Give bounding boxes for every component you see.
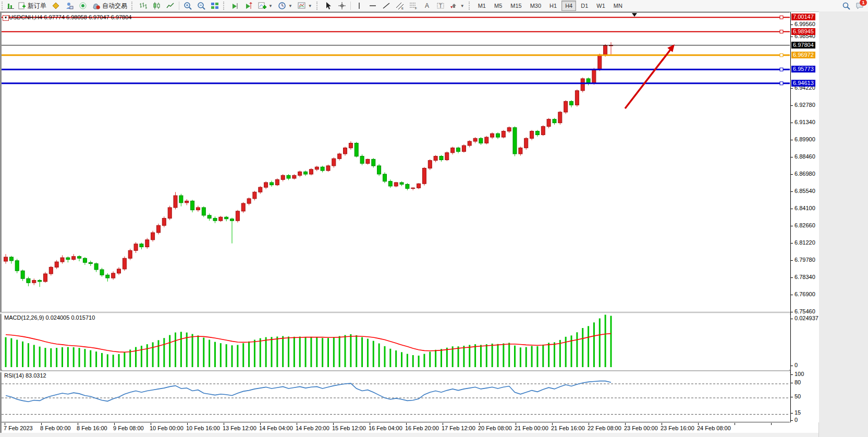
price-tick-label: 6.88460: [794, 153, 815, 160]
navigator-button[interactable]: [63, 0, 76, 11]
zoom-out-button[interactable]: [194, 0, 208, 11]
timeframe-button-m1[interactable]: M1: [474, 1, 490, 11]
crosshair-tool-button[interactable]: [335, 0, 349, 11]
trendline-tool-button[interactable]: [380, 0, 393, 11]
horizontal-line-icon: [369, 2, 377, 10]
chevron-down-icon: ▼: [288, 4, 292, 8]
toolbar-drag-handle[interactable]: [2, 2, 5, 10]
price-line-badge: 7.00147: [791, 14, 815, 20]
arrows-tool-button[interactable]: ▼: [447, 0, 467, 11]
price-line-badge: 6.98945: [791, 28, 815, 35]
axis-tick-mark: [791, 319, 793, 319]
candlestick-chart-button[interactable]: [150, 0, 164, 11]
auto-trading-icon: [92, 2, 101, 10]
macd-panel-canvas[interactable]: [2, 313, 790, 370]
rsi-level-label: 100: [794, 371, 804, 377]
timeframe-button-h1[interactable]: H1: [546, 1, 560, 11]
axis-tick-mark: [791, 226, 793, 226]
market-watch-button[interactable]: [49, 0, 63, 11]
search-icon[interactable]: [842, 2, 850, 10]
period-button[interactable]: ▼: [275, 0, 295, 11]
window-right-gutter: [818, 11, 868, 437]
chart-shift-button[interactable]: [242, 0, 255, 11]
axis-tick-mark: [791, 277, 793, 278]
fibonacci-tool-button[interactable]: F: [407, 0, 420, 11]
rsi-level-label: 0: [794, 417, 798, 423]
price-line-badge: 6.96972: [791, 52, 815, 58]
time-axis-label: 9 Feb 08:00: [113, 425, 144, 431]
auto-scroll-icon: [231, 2, 239, 10]
time-axis-label: 23 Feb 16:00: [661, 425, 694, 431]
rsi-indicator-label: RSI(14) 83.0312: [4, 372, 46, 379]
time-tick-mark: [735, 423, 735, 425]
text-label-tool-button[interactable]: T: [434, 0, 447, 11]
axis-tick-mark: [791, 295, 793, 295]
time-axis-label: 20 Feb 08:00: [478, 425, 512, 431]
toolbar-drag-handle[interactable]: [469, 2, 472, 10]
axis-tick-mark: [791, 312, 793, 312]
price-tick-label: 6.81220: [794, 239, 815, 246]
price-tick-label: 6.75460: [794, 308, 815, 314]
tile-windows-button[interactable]: [208, 0, 222, 11]
rsi-panel-canvas[interactable]: [2, 372, 790, 422]
timeframe-button-d1[interactable]: D1: [577, 1, 592, 11]
new-order-button[interactable]: 新订单: [15, 0, 49, 11]
signals-button[interactable]: [76, 0, 90, 11]
timeframe-button-m15[interactable]: M15: [507, 1, 525, 11]
axis-tick-mark: [791, 191, 793, 192]
axis-tick-mark: [791, 366, 793, 366]
timeframe-button-mn[interactable]: MN: [610, 1, 626, 11]
notification-badge: 1: [860, 0, 867, 6]
time-axis-label: 22 Feb 08:00: [588, 425, 621, 431]
time-axis-label: 10 Feb 00:00: [150, 425, 184, 431]
price-line-badge: 6.94613: [791, 80, 815, 87]
line-chart-icon: [166, 2, 175, 10]
one-click-trading-toggle[interactable]: ▼: [3, 15, 9, 21]
person-icon: [65, 2, 74, 10]
cursor-tool-button[interactable]: [322, 0, 335, 11]
candlestick-icon: [153, 2, 161, 10]
new-chart-button[interactable]: ▼: [255, 0, 275, 11]
auto-trading-label: 自动交易: [102, 2, 127, 10]
vertical-line-icon: [355, 2, 363, 10]
macd-max-label: 0.024937: [794, 315, 818, 321]
arrows-icon: [450, 2, 458, 10]
notifications-button[interactable]: 1: [855, 2, 864, 10]
horizontal-line-tool-button[interactable]: [366, 0, 380, 11]
toolbar-drag-handle[interactable]: [131, 2, 135, 10]
auto-trading-button[interactable]: 自动交易: [90, 0, 130, 11]
rsi-level-label: 15: [794, 409, 801, 416]
tile-windows-icon: [211, 2, 219, 10]
timeframe-button-m30[interactable]: M30: [527, 1, 545, 11]
main-toolbar: 新订单 自动交易: [0, 0, 868, 12]
toolbar-drag-handle[interactable]: [223, 2, 227, 10]
text-tool-button[interactable]: A: [420, 0, 434, 11]
chevron-down-icon: ▼: [460, 4, 464, 8]
bar-chart-button[interactable]: [137, 0, 150, 11]
timeframe-button-w1[interactable]: W1: [593, 1, 609, 11]
macd-zero-label: 0: [794, 362, 798, 368]
line-chart-button[interactable]: [164, 0, 177, 11]
timeframe-button-m5[interactable]: M5: [491, 1, 506, 11]
time-axis[interactable]: 7 Feb 20238 Feb 00:008 Feb 16:009 Feb 08…: [2, 423, 790, 433]
main-chart-canvas[interactable]: [2, 13, 790, 312]
vertical-line-tool-button[interactable]: [352, 0, 366, 11]
time-axis-label: 7 Feb 2023: [4, 425, 33, 431]
toolbar-drag-handle[interactable]: [316, 2, 320, 10]
current-price-badge: 6.97804: [791, 42, 815, 48]
ohlc-bars-icon: [139, 2, 148, 10]
zoom-in-button[interactable]: [181, 0, 194, 11]
mt4-trading-app: 新订单 自动交易: [0, 0, 868, 437]
equidistant-channel-tool-button[interactable]: E: [393, 0, 407, 11]
price-tick-label: 6.78340: [794, 274, 815, 280]
axis-tick-mark: [791, 260, 793, 261]
template-button[interactable]: ▼: [295, 0, 315, 11]
time-axis-label: 14 Feb 04:00: [259, 425, 293, 431]
axis-tick-mark: [791, 383, 793, 383]
price-axis[interactable]: 6.995606.985406.942206.927806.913406.899…: [790, 12, 819, 422]
timeframe-button-h4[interactable]: H4: [561, 1, 576, 11]
auto-scroll-button[interactable]: [228, 0, 242, 11]
price-tick-label: 6.92780: [794, 102, 815, 108]
axis-tick-mark: [791, 243, 793, 244]
axis-tick-mark: [791, 37, 793, 37]
